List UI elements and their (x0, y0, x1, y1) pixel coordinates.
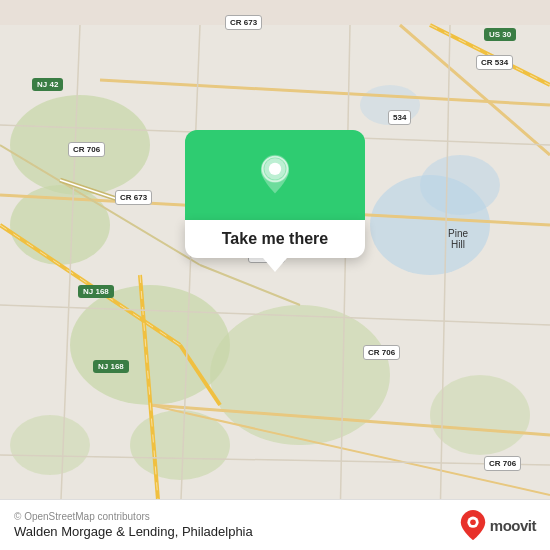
bottom-bar: © OpenStreetMap contributors Walden Morg… (0, 499, 550, 550)
road-shield-cr534b: CR 534 (476, 55, 513, 70)
road-shield-nj168a: NJ 168 (78, 285, 114, 298)
svg-point-6 (420, 155, 500, 215)
location-pin-icon (253, 153, 297, 197)
popup-green-header (185, 130, 365, 220)
popup-triangle (263, 258, 287, 272)
road-shield-nj168b: NJ 168 (93, 360, 129, 373)
road-shield-cr534: 534 (388, 110, 411, 125)
moovit-pin-icon (460, 510, 486, 540)
road-shield-cr706d: CR 706 (484, 456, 521, 471)
road-shield-us30: US 30 (484, 28, 516, 41)
bottom-left: © OpenStreetMap contributors Walden Morg… (14, 511, 253, 539)
road-shield-cr673b: CR 673 (115, 190, 152, 205)
place-label-pinehill: PineHill (448, 228, 468, 250)
svg-point-39 (470, 519, 476, 525)
road-shield-cr706a: CR 706 (68, 142, 105, 157)
svg-point-9 (10, 415, 90, 475)
popup-card: Take me there (185, 130, 365, 272)
moovit-logo[interactable]: moovit (460, 510, 536, 540)
moovit-label: moovit (490, 517, 536, 534)
popup-button-label: Take me there (222, 230, 328, 248)
road-shield-cr706c: CR 706 (363, 345, 400, 360)
svg-point-10 (430, 375, 530, 455)
road-shield-cr673-top: CR 673 (225, 15, 262, 30)
map-background (0, 0, 550, 550)
road-shield-nj42: NJ 42 (32, 78, 63, 91)
copyright-text: © OpenStreetMap contributors (14, 511, 253, 522)
location-name: Walden Morgage & Lending, Philadelphia (14, 524, 253, 539)
popup-button[interactable]: Take me there (185, 220, 365, 258)
map-container: NJ 42 CR 673 534 CR 534 US 30 CR 706 CR … (0, 0, 550, 550)
